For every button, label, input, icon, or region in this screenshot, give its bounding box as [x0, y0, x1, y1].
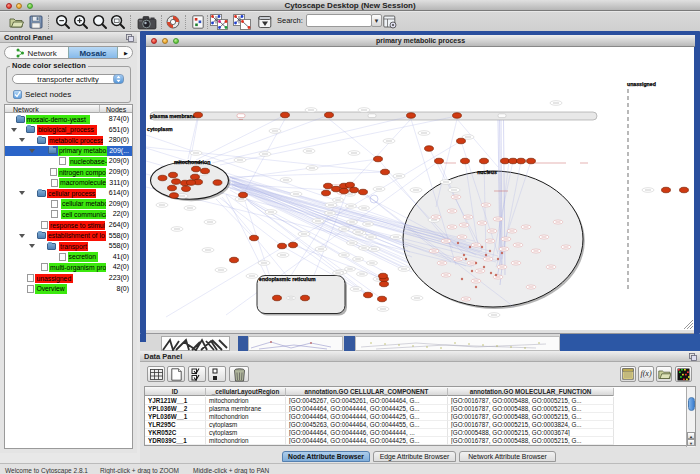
svg-text:unassigned: unassigned [627, 81, 656, 87]
svg-text:nucleus: nucleus [477, 169, 497, 175]
svg-text:plasma membrane: plasma membrane [150, 113, 196, 119]
svg-text:mitochondrion: mitochondrion [174, 159, 210, 165]
svg-text:cytoplasm: cytoplasm [147, 126, 173, 132]
svg-text:endoplasmic reticulum: endoplasmic reticulum [259, 276, 316, 282]
